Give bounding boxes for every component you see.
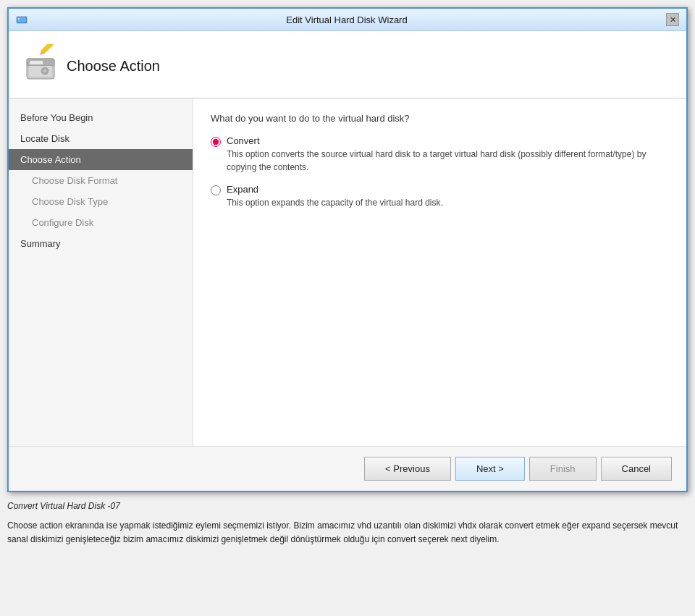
convert-option: Convert This option converts the source … [211,135,669,174]
convert-label[interactable]: Convert [227,135,646,146]
title-bar: Edit Virtual Hard Disk Wizard ✕ [9,9,686,31]
previous-button[interactable]: < Previous [364,457,451,481]
below-text-area: Convert Virtual Hard Disk -07 Choose act… [7,499,688,547]
wizard-window: Edit Virtual Hard Disk Wizard ✕ [7,7,688,492]
sidebar-item-choose-disk-type[interactable]: Choose Disk Type [9,191,193,212]
page-title: Choose Action [67,58,160,75]
close-button[interactable]: ✕ [666,13,679,26]
below-paragraph: Choose action ekranında ise yapmak isted… [7,519,688,547]
expand-option: Expand This option expands the capacity … [211,184,669,209]
sidebar-item-choose-action[interactable]: Choose Action [9,149,193,170]
svg-point-7 [43,69,46,72]
expand-label[interactable]: Expand [227,184,443,195]
convert-radio[interactable] [211,137,221,147]
sidebar-item-choose-disk-format[interactable]: Choose Disk Format [9,170,193,191]
header-area: Choose Action [9,31,686,98]
sidebar-item-locate-disk[interactable]: Locate Disk [9,128,193,149]
expand-radio[interactable] [211,185,221,195]
next-button[interactable]: Next > [455,457,525,481]
sidebar-item-summary[interactable]: Summary [9,233,193,254]
window-title: Edit Virtual Hard Disk Wizard [28,14,666,25]
sidebar-item-configure-disk[interactable]: Configure Disk [9,212,193,233]
sidebar: Before You Begin Locate Disk Choose Acti… [9,98,193,446]
cancel-button[interactable]: Cancel [601,457,672,481]
below-subtitle: Convert Virtual Hard Disk -07 [7,499,688,513]
app-icon [16,14,28,25]
disk-pencil-svg [23,44,67,88]
content-question: What do you want to do to the virtual ha… [211,113,669,124]
footer-area: < Previous Next > Finish Cancel [9,446,686,491]
convert-desc: This option converts the source virtual … [227,148,646,174]
content-area: What do you want to do to the virtual ha… [193,98,686,446]
main-area: Before You Begin Locate Disk Choose Acti… [9,98,686,446]
svg-rect-2 [18,18,20,20]
svg-rect-8 [30,61,43,64]
svg-rect-9 [41,44,56,54]
expand-desc: This option expands the capacity of the … [227,196,443,209]
header-icon [23,44,67,88]
finish-button[interactable]: Finish [529,457,597,481]
sidebar-item-before-you-begin[interactable]: Before You Begin [9,107,193,128]
